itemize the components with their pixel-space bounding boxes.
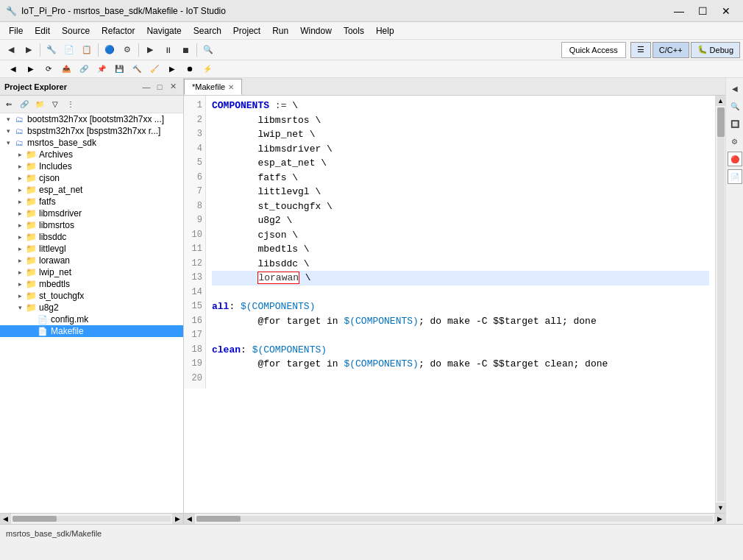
rs-btn-4[interactable]: ⚙ bbox=[728, 134, 742, 149]
bottom-scroll-right[interactable]: ▶ bbox=[714, 514, 725, 525]
rs-btn-2[interactable]: 🔍 bbox=[728, 99, 742, 113]
quick-access-button[interactable]: Quick Access bbox=[561, 42, 626, 58]
tree-item-bspstm32h7xx[interactable]: ▾🗂bspstm32h7xx [bspstm32h7xx r...] bbox=[0, 125, 183, 137]
tab-close-btn[interactable]: ✕ bbox=[228, 83, 234, 91]
code-line[interactable]: all: $(COMPONENTS) bbox=[212, 300, 709, 314]
perspective-debug-button[interactable]: 🐛 Debug bbox=[691, 42, 740, 58]
code-line[interactable]: libmsrtos \ bbox=[212, 113, 709, 128]
left-scroll-track[interactable] bbox=[13, 516, 171, 522]
bottom-scroll-track[interactable] bbox=[196, 516, 713, 522]
menu-item-edit[interactable]: Edit bbox=[29, 22, 56, 39]
code-line[interactable]: lorawan \ bbox=[212, 271, 709, 286]
tree-item-lorawan[interactable]: ▸📁lorawan bbox=[0, 255, 183, 266]
menu-item-help[interactable]: Help bbox=[370, 22, 400, 39]
code-line[interactable]: libsddc \ bbox=[212, 257, 709, 272]
exp-new-btn[interactable]: 📁 bbox=[32, 97, 47, 112]
code-line[interactable]: @for target in $(COMPONENTS); do make -C… bbox=[212, 357, 709, 372]
perspective-edit-button[interactable]: ☰ bbox=[630, 42, 651, 58]
toolbar2-btn-4[interactable]: 📤 bbox=[59, 62, 74, 77]
minimize-button[interactable]: — bbox=[668, 4, 690, 18]
menu-item-run[interactable]: Run bbox=[266, 22, 294, 39]
toolbar2-btn-8[interactable]: 🔨 bbox=[129, 62, 144, 77]
menu-item-search[interactable]: Search bbox=[188, 22, 227, 39]
code-area[interactable]: COMPONENTS := \ libmsrtos \ lwip_net \ l… bbox=[206, 96, 715, 389]
exp-menu-btn[interactable]: ⋮ bbox=[63, 97, 78, 112]
code-line[interactable] bbox=[212, 372, 709, 386]
code-line[interactable]: u8g2 \ bbox=[212, 213, 709, 228]
toolbar-btn-1[interactable]: ◀ bbox=[3, 42, 19, 58]
rs-btn-6[interactable]: 📄 bbox=[728, 169, 742, 184]
tree-item-fatfs[interactable]: ▸📁fatfs bbox=[0, 196, 183, 208]
toolbar2-btn-10[interactable]: ▶ bbox=[165, 62, 179, 77]
code-line[interactable]: st_touchgfx \ bbox=[212, 199, 709, 214]
explorer-close-btn[interactable]: ✕ bbox=[167, 81, 179, 93]
code-line[interactable]: cjson \ bbox=[212, 228, 709, 243]
toolbar2-btn-2[interactable]: ▶ bbox=[24, 62, 38, 77]
editor-area[interactable]: 1234567891011121314151617181920 COMPONEN… bbox=[184, 96, 715, 513]
menu-item-file[interactable]: File bbox=[3, 22, 29, 39]
tree-item-Archives[interactable]: ▸📁Archives bbox=[0, 149, 183, 160]
toolbar2-btn-6[interactable]: 📌 bbox=[94, 62, 109, 77]
maximize-button[interactable]: ☐ bbox=[692, 4, 714, 18]
exp-collapse-btn[interactable]: ⇐ bbox=[1, 97, 16, 112]
tree-item-esp_at_net[interactable]: ▸📁esp_at_net bbox=[0, 184, 183, 196]
toolbar-btn-11[interactable]: 🔍 bbox=[200, 42, 216, 58]
left-scroll-left[interactable]: ◀ bbox=[0, 514, 11, 525]
toolbar2-btn-11[interactable]: ⏺ bbox=[182, 62, 197, 77]
code-line[interactable]: lwip_net \ bbox=[212, 127, 709, 142]
toolbar2-btn-12[interactable]: ⚡ bbox=[200, 62, 215, 77]
left-scrollbar[interactable]: ◀ ▶ bbox=[0, 513, 183, 524]
tree-item-cjson[interactable]: ▸📁cjson bbox=[0, 172, 183, 184]
tree-item-Makefile[interactable]: 📄Makefile bbox=[0, 325, 183, 337]
menu-item-project[interactable]: Project bbox=[227, 22, 266, 39]
tree-item-mbedtls[interactable]: ▸📁mbedtls bbox=[0, 278, 183, 290]
rs-btn-3[interactable]: 🔲 bbox=[728, 116, 742, 131]
menu-item-window[interactable]: Window bbox=[294, 22, 338, 39]
tree-item-libmsdriver[interactable]: ▸📁libmsdriver bbox=[0, 208, 183, 219]
left-scroll-thumb[interactable] bbox=[13, 516, 57, 522]
toolbar-btn-7[interactable]: ⚙ bbox=[119, 42, 135, 58]
tree-item-libsddc[interactable]: ▸📁libsddc bbox=[0, 231, 183, 243]
tree-item-msrtos_base_sdk[interactable]: ▾🗂msrtos_base_sdk bbox=[0, 137, 183, 149]
close-button[interactable]: ✕ bbox=[715, 4, 737, 18]
toolbar-btn-5[interactable]: 📋 bbox=[79, 42, 95, 58]
perspective-cc-button[interactable]: C/C++ bbox=[653, 42, 689, 58]
toolbar-btn-10[interactable]: ⏹ bbox=[177, 42, 193, 58]
vscroll-track[interactable] bbox=[717, 107, 725, 501]
bottom-scroll-left[interactable]: ◀ bbox=[184, 514, 195, 525]
tree-item-u8g2[interactable]: ▾📁u8g2 bbox=[0, 302, 183, 313]
toolbar-btn-9[interactable]: ⏸ bbox=[160, 42, 176, 58]
toolbar-btn-8[interactable]: ▶ bbox=[142, 42, 158, 58]
tree-item-bootstm32h7xx[interactable]: ▾🗂bootstm32h7xx [bootstm32h7xx ...] bbox=[0, 113, 183, 125]
tree-item-Includes[interactable]: ▸📁Includes bbox=[0, 160, 183, 172]
explorer-minimize-btn[interactable]: — bbox=[141, 81, 152, 93]
code-line[interactable]: clean: $(COMPONENTS) bbox=[212, 343, 709, 358]
menu-item-refactor[interactable]: Refactor bbox=[96, 22, 141, 39]
tree-item-st_touchgfx[interactable]: ▸📁st_touchgfx bbox=[0, 290, 183, 302]
vscroll-up-btn[interactable]: ▲ bbox=[716, 96, 726, 106]
code-line[interactable]: esp_at_net \ bbox=[212, 156, 709, 171]
toolbar-btn-2[interactable]: ▶ bbox=[21, 42, 37, 58]
code-line[interactable]: @for target in $(COMPONENTS); do make -C… bbox=[212, 314, 709, 329]
toolbar2-btn-7[interactable]: 💾 bbox=[112, 62, 127, 77]
explorer-maximize-btn[interactable]: □ bbox=[154, 81, 166, 93]
toolbar2-btn-9[interactable]: 🧹 bbox=[147, 62, 162, 77]
code-line[interactable] bbox=[212, 286, 709, 300]
rs-btn-1[interactable]: ◀ bbox=[728, 81, 742, 96]
toolbar-btn-3[interactable]: 🔧 bbox=[43, 42, 60, 58]
toolbar2-btn-5[interactable]: 🔗 bbox=[77, 62, 91, 77]
code-line[interactable]: libmsdriver \ bbox=[212, 142, 709, 157]
tree-item-lwip_net[interactable]: ▸📁lwip_net bbox=[0, 266, 183, 278]
exp-link-btn[interactable]: 🔗 bbox=[17, 97, 32, 112]
toolbar-btn-6[interactable]: 🔵 bbox=[102, 42, 118, 58]
tree-item-libmsrtos[interactable]: ▸📁libmsrtos bbox=[0, 219, 183, 231]
code-line[interactable]: mbedtls \ bbox=[212, 242, 709, 257]
bottom-scroll-thumb[interactable] bbox=[196, 516, 241, 522]
rs-btn-5[interactable]: 🔴 bbox=[728, 152, 742, 166]
vscroll-thumb[interactable] bbox=[717, 107, 725, 137]
toolbar2-btn-1[interactable]: ◀ bbox=[6, 62, 21, 77]
code-line[interactable]: fatfs \ bbox=[212, 171, 709, 185]
code-line[interactable]: COMPONENTS := \ bbox=[212, 99, 709, 113]
editor-scrollbar[interactable]: ▲ ▼ bbox=[715, 96, 725, 513]
bottom-scrollbar[interactable]: ◀ ▶ bbox=[184, 513, 725, 524]
